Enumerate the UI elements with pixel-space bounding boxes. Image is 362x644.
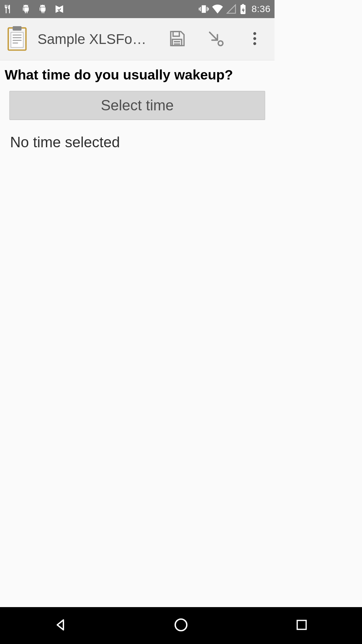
select-time-button[interactable]: Select time bbox=[9, 91, 265, 120]
battery-charging-icon bbox=[240, 4, 246, 14]
app-title: Sample XLSFo… bbox=[38, 31, 148, 47]
svg-point-11 bbox=[218, 41, 223, 46]
overflow-menu-button[interactable] bbox=[245, 30, 264, 49]
android-icon bbox=[38, 4, 48, 14]
select-time-button-label: Select time bbox=[101, 97, 174, 114]
svg-point-12 bbox=[253, 32, 256, 35]
selected-time-text: No time selected bbox=[0, 120, 275, 165]
svg-point-14 bbox=[253, 42, 256, 45]
svg-point-13 bbox=[253, 37, 256, 40]
svg-rect-1 bbox=[13, 26, 21, 31]
status-bar-right: 8:36 bbox=[199, 4, 271, 14]
status-bar-left bbox=[4, 4, 64, 14]
fork-knife-icon bbox=[4, 4, 14, 14]
status-time: 8:36 bbox=[252, 4, 271, 14]
android-icon bbox=[21, 4, 31, 14]
arrow-down-to-dot-icon bbox=[206, 29, 225, 49]
jump-button[interactable] bbox=[206, 30, 226, 49]
play-check-icon bbox=[54, 4, 64, 14]
floppy-disk-icon bbox=[168, 29, 186, 49]
vibrate-icon bbox=[199, 4, 209, 14]
save-button[interactable] bbox=[167, 30, 187, 49]
more-vert-icon bbox=[253, 32, 256, 47]
clipboard-icon bbox=[6, 26, 28, 52]
svg-rect-7 bbox=[173, 32, 179, 36]
app-bar: Sample XLSFo… bbox=[0, 18, 275, 60]
cell-signal-icon bbox=[226, 4, 236, 14]
form-content: What time do you usually wakeup? Select … bbox=[0, 60, 275, 451]
wifi-icon bbox=[212, 4, 223, 14]
app-bar-actions bbox=[167, 30, 264, 49]
question-label: What time do you usually wakeup? bbox=[0, 60, 275, 91]
status-bar: 8:36 bbox=[0, 0, 275, 18]
